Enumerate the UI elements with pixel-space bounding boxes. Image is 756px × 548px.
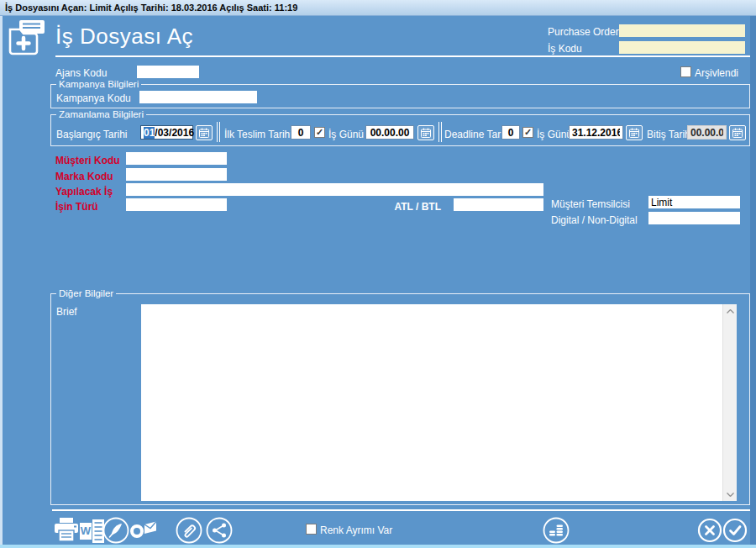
window-border-bottom xyxy=(0,545,756,548)
chevron-up-icon xyxy=(727,309,734,314)
scroll-down-button[interactable] xyxy=(723,487,737,501)
paperclip-icon xyxy=(176,517,202,544)
digital-non-digital-input[interactable] xyxy=(648,212,740,224)
diger-bilgiler-group: Diğer Bilgiler Brief xyxy=(50,293,750,505)
is-kodu-label: İş Kodu xyxy=(548,43,582,55)
date-selected-segment: 01 xyxy=(144,127,155,139)
calendar-icon xyxy=(629,128,639,138)
bitis-calendar-button[interactable] xyxy=(729,125,746,140)
brief-label: Brief xyxy=(56,306,77,318)
coins-icon xyxy=(543,517,570,544)
atl-btl-input[interactable] xyxy=(454,198,543,211)
bitis-tarihi-label: Bitiş Tarihi xyxy=(647,129,692,140)
is-kodu-input[interactable] xyxy=(619,41,745,54)
deadline-calendar-button[interactable] xyxy=(626,125,643,140)
chevron-down-icon xyxy=(727,493,734,497)
musteri-kodu-label: Müşteri Kodu xyxy=(55,155,120,166)
calendar-icon xyxy=(421,128,431,138)
deadline-is-gunu-checkbox[interactable]: ✓ xyxy=(522,127,533,138)
titlebar-text: İş Dosyasını Açan: Limit Açılış Tarihi: … xyxy=(5,3,297,13)
budget-button[interactable] xyxy=(543,517,570,547)
purchase-order-label: Purchase Order xyxy=(548,26,619,38)
brief-scrollbar[interactable] xyxy=(722,304,737,501)
deadline-gun-input[interactable] xyxy=(501,125,520,140)
kampanya-kodu-input[interactable] xyxy=(139,91,257,103)
ilk-teslim-is-gunu-checkbox[interactable]: ✓ xyxy=(314,127,325,138)
ajans-kodu-input[interactable] xyxy=(137,66,199,78)
send-outlook-button[interactable]: o xyxy=(130,519,157,543)
kampanya-kodu-label: Kampanya Kodu xyxy=(56,92,131,104)
renk-ayrimi-label: Renk Ayrımı Var xyxy=(320,524,392,536)
purchase-order-input[interactable] xyxy=(619,24,745,37)
page-title: İş Dosyası Aç xyxy=(55,24,193,50)
baslangic-tarihi-input[interactable]: 01/03/2016 xyxy=(140,125,193,140)
window-border-right xyxy=(750,16,756,548)
calendar-icon xyxy=(199,128,209,138)
kampanya-group: Kampanya Bilgileri Kampanya Kodu xyxy=(50,84,750,108)
quill-pen-icon xyxy=(102,517,129,544)
printer-icon xyxy=(54,518,79,542)
checkmark: ✓ xyxy=(316,127,323,137)
baslangic-tarihi-label: Başlangıç Tarihi xyxy=(56,129,128,140)
brief-textarea[interactable] xyxy=(141,304,737,501)
isin-turu-label: İşin Türü xyxy=(55,201,98,213)
atl-btl-label: ATL / BTL xyxy=(370,201,441,213)
zamanlama-separator-2 xyxy=(438,122,442,142)
musteri-kodu-input[interactable] xyxy=(126,152,227,165)
musteri-temsilcisi-label: Müşteri Temsilcisi xyxy=(551,198,630,210)
ilk-teslim-calendar-button[interactable] xyxy=(417,125,434,140)
calendar-icon xyxy=(732,128,743,138)
confirm-button[interactable] xyxy=(722,518,748,546)
toolbar-separator xyxy=(52,509,750,511)
date-rest-segment: /03/2016 xyxy=(155,127,194,139)
renk-ayrimi-checkbox[interactable] xyxy=(306,524,317,535)
marka-kodu-input[interactable] xyxy=(126,168,227,181)
attach-button[interactable] xyxy=(176,517,202,547)
ajans-kodu-label: Ajans Kodu xyxy=(55,67,107,79)
share-button[interactable] xyxy=(206,517,233,547)
sign-button[interactable] xyxy=(102,517,129,547)
isin-turu-input[interactable] xyxy=(126,198,227,211)
checkmark: ✓ xyxy=(524,127,532,137)
cancel-icon xyxy=(697,518,722,543)
window-border-left xyxy=(0,16,3,548)
diger-group-title: Diğer Bilgiler xyxy=(56,288,116,299)
arsivlendi-checkbox[interactable] xyxy=(680,66,691,77)
zamanlama-group-title: Zamanlama Bilgileri xyxy=(56,109,146,120)
is-gunu-label-1: İş Günü xyxy=(328,129,364,140)
digital-non-digital-label: Digital / Non-Digital xyxy=(551,214,638,226)
arsivlendi-label: Arşivlendi xyxy=(695,67,738,79)
titlebar[interactable]: İş Dosyasını Açan: Limit Açılış Tarihi: … xyxy=(0,0,756,16)
marka-kodu-label: Marka Kodu xyxy=(55,171,113,182)
folder-plus-icon xyxy=(7,20,52,57)
is-gunu-label-2: İş Günü xyxy=(537,129,572,140)
job-file-window: İş Dosyasını Açan: Limit Açılış Tarihi: … xyxy=(0,0,756,548)
bitis-saat-input[interactable] xyxy=(687,125,727,140)
musteri-temsilcisi-input[interactable] xyxy=(648,196,740,208)
ilk-teslim-gun-input[interactable] xyxy=(291,125,311,140)
scroll-up-button[interactable] xyxy=(723,304,737,318)
deadline-tarih-input[interactable] xyxy=(569,125,623,140)
yapilacak-is-label: Yapılacak İş xyxy=(55,186,113,198)
yapilacak-is-input[interactable] xyxy=(126,183,543,196)
share-icon xyxy=(206,517,233,544)
kampanya-group-title: Kampanya Bilgileri xyxy=(56,79,141,90)
header-underline xyxy=(55,55,750,57)
zamanlama-separator-1 xyxy=(217,122,220,142)
ilk-teslim-tarihi-label: İlk Teslim Tarihi xyxy=(224,129,292,140)
print-button[interactable] xyxy=(54,518,79,545)
baslangic-calendar-button[interactable] xyxy=(196,125,213,140)
cancel-button[interactable] xyxy=(697,518,722,546)
ilk-teslim-saat-input[interactable] xyxy=(365,125,414,140)
zamanlama-group: Zamanlama Bilgileri Başlangıç Tarihi 01/… xyxy=(50,114,750,146)
confirm-icon xyxy=(722,518,748,543)
